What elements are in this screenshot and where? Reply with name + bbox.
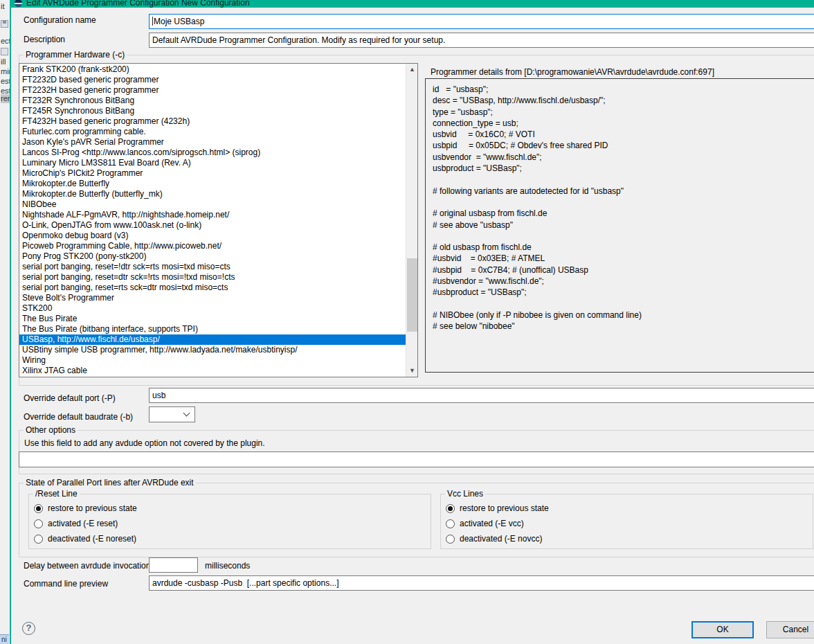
help-button[interactable]: ? xyxy=(22,622,35,635)
list-item[interactable]: FT2232H based generic programmer xyxy=(19,85,406,96)
details-box: id = "usbasp"; desc = "USBasp, http://ww… xyxy=(425,78,814,373)
list-item[interactable]: STK200 xyxy=(19,303,406,314)
list-item[interactable]: USBasp, http://www.fischl.de/usbasp/ xyxy=(19,334,406,345)
list-item[interactable]: Mikrokopter.de Butterfly (butterfly_mk) xyxy=(19,189,406,199)
cmdline-preview: avrdude -cusbasp -Pusb [...part specific… xyxy=(149,575,814,591)
screen: itectillmirestestrer ni Edit AVRDude Pro… xyxy=(0,0,814,644)
text-cursor xyxy=(152,17,153,26)
list-item[interactable]: USBtiny simple USB programmer, http://ww… xyxy=(19,345,406,355)
details-title: Programmer details from [D:\programowani… xyxy=(431,67,714,77)
vcc-lines-group-label: Vcc Lines xyxy=(445,489,485,499)
chevron-down-icon xyxy=(183,410,190,417)
list-item[interactable]: The Bus Pirate (bitbang interface, suppo… xyxy=(19,324,406,334)
radio-label: deactivated (-E noreset) xyxy=(48,534,136,544)
list-item[interactable]: serial port banging, reset=!dtr sck=rts … xyxy=(19,262,406,272)
list-item[interactable]: FT232R Synchronous BitBang xyxy=(19,96,406,106)
list-item[interactable]: Wiring xyxy=(19,355,406,366)
radio-option[interactable]: deactivated (-E novcc) xyxy=(441,531,813,546)
port-input[interactable]: usb xyxy=(149,388,814,403)
list-item[interactable]: Pony Prog STK200 (pony-stk200) xyxy=(19,251,406,262)
list-item[interactable]: MicroChip's PICkit2 Programmer xyxy=(19,168,406,179)
parallel-lines-group-label: State of Parallel Port lines after AVRDu… xyxy=(24,478,196,488)
background-text-fragment: rer xyxy=(1,94,10,103)
list-item[interactable]: serial port banging, reset=rts sck=dtr m… xyxy=(19,283,406,293)
programmer-list: Frank STK200 (frank-stk200)FT2232D based… xyxy=(19,64,406,376)
port-value: usb xyxy=(152,391,165,400)
ok-button[interactable]: OK xyxy=(691,621,754,638)
port-label: Override default port (-P) xyxy=(24,393,116,403)
hardware-group-label: Programmer Hardware (-c) xyxy=(24,50,127,60)
avrdude-config-dialog: Edit AVRDude Programmer Configuration Ne… xyxy=(10,0,814,644)
background-text-fragment: ill xyxy=(1,57,10,66)
config-name-label: Configuration name xyxy=(24,15,96,25)
other-options-group-label: Other options xyxy=(24,425,78,435)
list-item[interactable]: FT2232D based generic programmer xyxy=(19,75,406,85)
list-item[interactable]: Futurlec.com programming cable. xyxy=(19,127,406,137)
list-item[interactable]: Lancos SI-Prog <http://www.lancos.com/si… xyxy=(19,147,406,158)
list-item[interactable]: Picoweb Programming Cable, http://www.pi… xyxy=(19,241,406,251)
other-options-input[interactable] xyxy=(19,451,814,467)
radio-option[interactable]: deactivated (-E noreset) xyxy=(29,531,431,546)
description-input[interactable]: Default AVRDude Programmer Configuration… xyxy=(149,33,814,48)
radio-label: restore to previous state xyxy=(460,503,549,513)
delay-input[interactable] xyxy=(149,557,198,573)
radio-option[interactable]: restore to previous state xyxy=(29,501,431,516)
list-item[interactable]: FT245R Synchronous BitBang xyxy=(19,106,406,116)
list-scrollbar[interactable]: ▲ ▼ xyxy=(406,64,417,377)
parallel-lines-group: State of Parallel Port lines after AVRDu… xyxy=(19,483,814,557)
baudrate-value xyxy=(150,409,152,419)
cancel-button[interactable]: Cancel xyxy=(766,621,814,638)
baudrate-select[interactable] xyxy=(149,406,195,422)
programmer-listbox: Frank STK200 (frank-stk200)FT2232D based… xyxy=(19,63,418,377)
list-item[interactable]: O-Link, OpenJTAG from www.100ask.net (o-… xyxy=(19,220,406,231)
radio-icon[interactable] xyxy=(34,504,43,513)
taskbar-fragment: ni xyxy=(0,634,9,644)
list-item[interactable]: Xilinx JTAG cable xyxy=(19,366,406,376)
radio-option[interactable]: restore to previous state xyxy=(441,501,813,516)
delay-label: Delay between avrdude invocations xyxy=(24,561,154,571)
background-text-fragment: ect xyxy=(1,37,10,46)
config-name-input[interactable]: Moje USBasp xyxy=(149,14,814,29)
save-icon xyxy=(1,20,8,28)
description-value: Default AVRDude Programmer Configuration… xyxy=(152,35,445,45)
description-label: Description xyxy=(24,35,65,44)
list-item[interactable]: Jason Kyle's pAVR Serial Programmer xyxy=(19,137,406,147)
radio-option[interactable]: activated (-E reset) xyxy=(29,516,431,531)
dialog-title: Edit AVRDude Programmer Configuration Ne… xyxy=(26,0,250,8)
list-item[interactable]: FT4232H based generic programmer (4232h) xyxy=(19,116,406,127)
list-item[interactable]: NIBObee xyxy=(19,199,406,210)
reset-line-group: /Reset Line restore to previous stateact… xyxy=(28,494,431,549)
list-item[interactable]: Frank STK200 (frank-stk200) xyxy=(19,64,406,75)
scroll-down-icon[interactable]: ▼ xyxy=(406,365,418,377)
tree-icon xyxy=(1,48,8,55)
list-item[interactable]: Steve Bolt's Programmer xyxy=(19,293,406,303)
radio-label: deactivated (-E novcc) xyxy=(460,534,542,544)
cmdline-value: avrdude -cusbasp -Pusb [...part specific… xyxy=(152,578,338,588)
background-app-strip: itectillmirestestrer xyxy=(0,0,10,644)
radio-icon[interactable] xyxy=(34,519,43,528)
list-item[interactable]: Openmoko debug board (v3) xyxy=(19,231,406,241)
list-item[interactable]: The Bus Pirate xyxy=(19,314,406,324)
list-item[interactable]: Mikrokopter.de Butterfly xyxy=(19,179,406,189)
radio-icon[interactable] xyxy=(446,504,455,513)
config-name-value: Moje USBasp xyxy=(154,17,204,26)
radio-icon[interactable] xyxy=(446,535,455,544)
radio-label: activated (-E reset) xyxy=(48,519,118,528)
radio-option[interactable]: activated (-E vcc) xyxy=(441,516,813,531)
radio-icon[interactable] xyxy=(34,535,43,544)
baudrate-label: Override default baudrate (-b) xyxy=(24,412,133,422)
radio-label: activated (-E vcc) xyxy=(460,519,524,528)
scrollbar-thumb[interactable] xyxy=(407,258,417,332)
list-item[interactable]: Nightshade ALF-PgmAVR, http://nightshade… xyxy=(19,210,406,220)
dialog-titlebar[interactable]: Edit AVRDude Programmer Configuration Ne… xyxy=(11,0,814,8)
details-text: id = "usbasp"; desc = "USBasp, http://ww… xyxy=(433,84,642,332)
reset-line-group-label: /Reset Line xyxy=(33,489,80,499)
scroll-up-icon[interactable]: ▲ xyxy=(406,64,418,75)
radio-label: restore to previous state xyxy=(48,503,137,513)
background-text-fragment: mir xyxy=(1,67,10,76)
list-item[interactable]: serial port banging, reset=dtr sck=!rts … xyxy=(19,272,406,283)
list-item[interactable]: Luminary Micro LM3S811 Eval Board (Rev. … xyxy=(19,158,406,168)
background-text-fragment: est xyxy=(1,77,10,86)
radio-icon[interactable] xyxy=(446,519,455,528)
cmdline-label: Command line preview xyxy=(24,579,108,589)
